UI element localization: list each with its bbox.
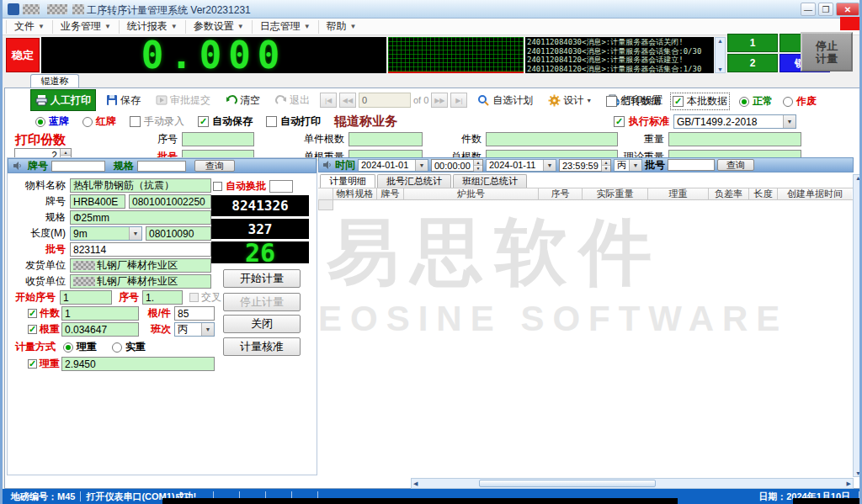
close-panel-button[interactable]: 关闭 — [223, 315, 301, 333]
bar-weight-checkbox[interactable]: ✓ 根重 — [9, 322, 60, 337]
col-grade[interactable]: 牌号 — [377, 188, 404, 199]
shift-filter-select[interactable]: 丙▼ — [614, 159, 642, 172]
minimize-button[interactable]: — — [801, 3, 816, 16]
col-actual-weight[interactable]: 实际重量 — [583, 188, 648, 199]
bar-weight-input[interactable] — [61, 322, 139, 337]
scale-1-button[interactable]: 1 — [727, 34, 778, 52]
length-select[interactable]: 9m▼ — [70, 226, 142, 241]
scroll-up-icon[interactable]: ▲ — [717, 38, 723, 44]
spin-down-icon[interactable]: ▼ — [474, 166, 482, 172]
grade-input[interactable] — [70, 194, 125, 209]
stop-measure-big-button[interactable]: 停止计量 — [801, 32, 853, 72]
approve-submit-button[interactable]: 审批提交 — [151, 89, 216, 111]
auto-print-checkbox[interactable]: 自动打印 — [266, 114, 321, 129]
scroll-left-icon[interactable]: ◀ — [413, 480, 418, 487]
table-vertical-scrollbar[interactable]: ▲ ▼ — [853, 174, 862, 477]
col-seq[interactable]: 序号 — [539, 188, 583, 199]
scroll-down-icon[interactable]: ▼ — [855, 470, 861, 476]
left-query-button[interactable]: 查询 — [194, 160, 235, 172]
consignee-input[interactable]: 轧钢厂棒材作业区 — [70, 274, 211, 289]
auto-batch-checkbox[interactable]: 自动换批 — [213, 179, 293, 194]
seq2-input[interactable] — [142, 290, 183, 305]
batch-no-input[interactable] — [70, 242, 211, 257]
exit-button[interactable]: 退出 — [270, 89, 315, 111]
start-seq-input[interactable] — [60, 290, 112, 305]
nav-prev-icon[interactable]: ◀◀ — [339, 93, 356, 108]
close-button[interactable]: ✕ — [836, 3, 859, 16]
spin-up-icon[interactable]: ▲ — [474, 160, 482, 166]
menu-logs[interactable]: 日志管理▼ — [252, 20, 318, 34]
scale-2-button[interactable]: 2 — [727, 54, 778, 72]
menu-file[interactable]: 文件▼ — [6, 20, 52, 34]
tab-roller-scale[interactable]: 辊道称 — [30, 74, 79, 88]
manual-print-button[interactable]: 人工打印 — [30, 89, 96, 111]
menu-business[interactable]: 业务管理▼ — [52, 20, 119, 34]
scrollbar-thumb[interactable] — [479, 480, 656, 487]
spin-up-icon[interactable]: ▲ — [602, 160, 610, 166]
col-length[interactable]: 长度 — [749, 188, 778, 199]
mode-theory-radio[interactable]: 理重 — [63, 340, 97, 354]
nav-last-icon[interactable]: ▶| — [450, 93, 467, 108]
save-button[interactable]: 保存 — [101, 89, 146, 111]
scroll-right-icon[interactable]: ▶ — [847, 480, 851, 487]
batch-filter-input[interactable] — [668, 159, 715, 171]
per-piece-count-input[interactable] — [349, 132, 423, 146]
menu-reports[interactable]: 统计报表▼ — [119, 20, 185, 34]
theory-checkbox[interactable]: ✓ 理重 — [9, 357, 60, 371]
spec-input[interactable] — [70, 210, 211, 225]
per-piece-input[interactable] — [174, 306, 215, 321]
spec-search-input[interactable] — [137, 161, 186, 172]
nav-first-icon[interactable]: |◀ — [320, 93, 337, 108]
cross-checkbox[interactable]: 交叉 — [189, 290, 221, 305]
theory-value-input[interactable] — [61, 357, 215, 371]
date-to-select[interactable]: 2024-01-11▼ — [486, 159, 556, 172]
col-create-time[interactable]: 创建单据时间 — [778, 188, 852, 199]
length-code-input[interactable] — [146, 226, 211, 241]
auto-batch-input[interactable] — [269, 180, 293, 193]
weight-input[interactable] — [668, 132, 801, 146]
shift-select[interactable]: 丙▼ — [174, 322, 215, 337]
stop-measure-button[interactable]: 停止计量 — [223, 293, 301, 311]
spin-up-icon[interactable]: ▲ — [61, 149, 71, 156]
log-scrollbar[interactable]: ▲ ▼ — [715, 37, 726, 73]
mode-actual-radio[interactable]: 实重 — [112, 340, 146, 354]
tab-measure-detail[interactable]: 计量明细 — [320, 174, 375, 188]
design-button[interactable]: 设计 ▼ — [543, 89, 597, 111]
blue-plate-radio[interactable]: 蓝牌 — [35, 114, 69, 129]
brand-search-input[interactable] — [51, 161, 105, 172]
start-measure-button[interactable]: 开始计量 — [223, 269, 301, 288]
right-query-button[interactable]: 查询 — [717, 159, 754, 171]
seq-input[interactable] — [182, 132, 254, 146]
verify-measure-button[interactable]: 计量核准 — [223, 337, 301, 356]
menu-help[interactable]: 帮助▼ — [318, 20, 364, 34]
col-furnace-batch[interactable]: 炉批号 — [404, 188, 539, 199]
this-batch-checkbox[interactable]: ✓本批数据 — [671, 93, 729, 109]
time-from-stepper[interactable]: 00:00:00▲▼ — [431, 159, 483, 172]
scroll-up-icon[interactable]: ▲ — [855, 175, 861, 181]
standard-select[interactable]: GB/T1499.2-2018 ▼ — [673, 114, 796, 129]
tab-batch-summary[interactable]: 批号汇总统计 — [377, 174, 451, 188]
col-theory-weight[interactable]: 理重 — [648, 188, 709, 199]
nav-next-icon[interactable]: ▶▶ — [431, 93, 448, 108]
material-input[interactable] — [70, 178, 211, 193]
void-radio[interactable]: 作废 — [783, 94, 817, 109]
grade-code-input[interactable] — [129, 194, 211, 209]
date-from-select[interactable]: 2024-01-01▼ — [358, 159, 428, 172]
col-deviation[interactable]: 负差率 — [709, 188, 749, 199]
spin-down-icon[interactable]: ▼ — [602, 166, 610, 172]
manual-entry-checkbox[interactable]: 手动录入 — [130, 114, 184, 129]
select-plan-button[interactable]: 自选计划 — [472, 89, 538, 111]
pieces-input[interactable] — [486, 132, 618, 146]
auto-save-checkbox[interactable]: ✓自动保存 — [198, 114, 253, 129]
red-plate-radio[interactable]: 红牌 — [82, 114, 116, 129]
consignor-input[interactable]: 轧钢厂棒材作业区 — [70, 258, 211, 273]
clear-button[interactable]: 清空 — [221, 89, 265, 111]
record-index-input[interactable] — [359, 93, 411, 108]
pieces-count-input[interactable] — [61, 306, 139, 321]
table-horizontal-scrollbar[interactable]: ◀ ▶ — [411, 478, 854, 489]
normal-radio[interactable]: 正常 — [739, 94, 773, 109]
time-to-stepper[interactable]: 23:59:59▲▼ — [559, 159, 611, 172]
tab-shift-summary[interactable]: 班组汇总统计 — [453, 174, 527, 188]
scroll-down-icon[interactable]: ▼ — [717, 66, 723, 72]
carryover-checkbox[interactable]: 结转数据 — [606, 94, 661, 109]
